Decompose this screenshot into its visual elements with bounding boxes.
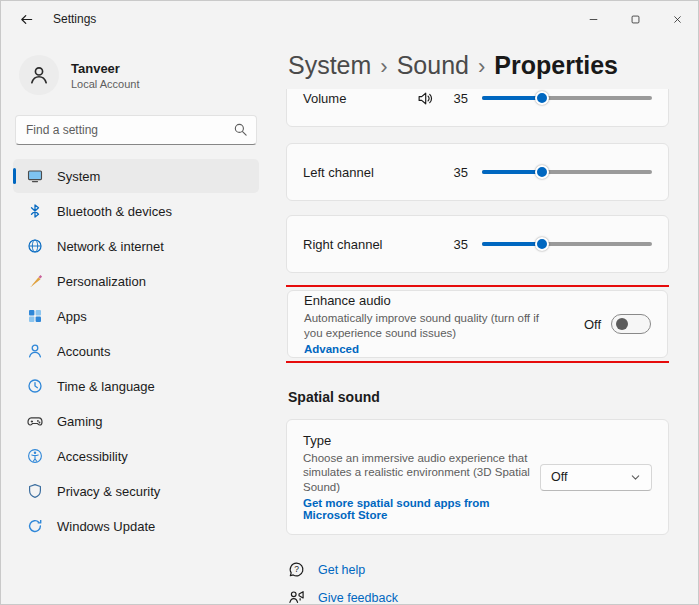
left-channel-slider-fill	[482, 170, 542, 174]
get-help-label: Get help	[318, 563, 365, 577]
avatar-person-icon	[28, 64, 50, 86]
sidebar-item-label: Network & internet	[57, 239, 164, 254]
bluetooth-icon	[27, 203, 43, 219]
user-account[interactable]: Tanveer Local Account	[5, 47, 267, 103]
sidebar-item-accounts[interactable]: Accounts	[13, 334, 259, 368]
window-title: Settings	[53, 12, 96, 26]
maximize-button[interactable]	[614, 1, 656, 37]
spatial-sound-heading: Spatial sound	[288, 389, 669, 405]
sidebar-item-label: Accessibility	[57, 449, 128, 464]
right-channel-slider[interactable]	[482, 242, 652, 246]
left-channel-value: 35	[448, 165, 468, 180]
left-channel-row: Left channel 35	[286, 143, 669, 201]
left-channel-slider[interactable]	[482, 170, 652, 174]
sidebar-item-label: Privacy & security	[57, 484, 160, 499]
minimize-icon	[588, 14, 599, 25]
spatial-sound-store-link[interactable]: Get more spatial sound apps from Microso…	[303, 497, 532, 521]
right-channel-label: Right channel	[303, 237, 448, 252]
user-account-type: Local Account	[71, 78, 140, 90]
svg-text:?: ?	[294, 564, 299, 574]
user-name: Tanveer	[71, 61, 140, 76]
left-channel-label: Left channel	[303, 165, 448, 180]
sidebar-item-network-internet[interactable]: Network & internet	[13, 229, 259, 263]
personalization-icon	[27, 273, 43, 289]
back-button[interactable]	[9, 5, 43, 33]
main-content: System›Sound›Properties Volume 35 Left c…	[271, 37, 698, 605]
give-feedback-label: Give feedback	[318, 591, 398, 605]
volume-slider[interactable]	[482, 96, 652, 100]
toggle-knob	[616, 318, 628, 330]
sidebar-item-label: Apps	[57, 309, 87, 324]
breadcrumb-current-page: Properties	[494, 51, 618, 79]
spatial-sound-type-dropdown[interactable]: Off	[540, 464, 652, 491]
sidebar-item-windows-update[interactable]: Windows Update	[13, 509, 259, 543]
dropdown-chevron-icon	[630, 472, 641, 483]
search-box	[15, 115, 257, 145]
system-icon	[27, 168, 43, 184]
close-icon	[672, 14, 683, 25]
sidebar-item-label: System	[57, 169, 100, 184]
breadcrumb: System›Sound›Properties	[286, 37, 669, 89]
give-feedback-link[interactable]: Give feedback	[288, 589, 398, 605]
sidebar: Tanveer Local Account System Bluetooth &…	[1, 37, 271, 605]
breadcrumb-separator: ›	[478, 54, 485, 79]
volume-label: Volume	[303, 91, 417, 106]
sidebar-item-label: Time & language	[57, 379, 155, 394]
volume-value: 35	[448, 91, 468, 106]
volume-slider-thumb[interactable]	[535, 91, 549, 105]
search-input[interactable]	[15, 115, 257, 145]
apps-icon	[27, 308, 43, 324]
window-controls	[572, 1, 698, 37]
sidebar-item-apps[interactable]: Apps	[13, 299, 259, 333]
sidebar-item-label: Accounts	[57, 344, 110, 359]
right-channel-slider-fill	[482, 242, 542, 246]
network-icon	[27, 238, 43, 254]
sidebar-item-gaming[interactable]: Gaming	[13, 404, 259, 438]
accessibility-icon	[27, 448, 43, 464]
sidebar-item-label: Windows Update	[57, 519, 155, 534]
sidebar-item-time-language[interactable]: Time & language	[13, 369, 259, 403]
type-title: Type	[303, 433, 532, 448]
accounts-icon	[27, 343, 43, 359]
sidebar-item-privacy-security[interactable]: Privacy & security	[13, 474, 259, 508]
type-description: Choose an immersive audio experience tha…	[303, 451, 532, 494]
speaker-icon[interactable]	[417, 90, 434, 107]
breadcrumb-sound[interactable]: Sound	[397, 51, 469, 79]
titlebar: Settings	[1, 1, 698, 37]
sidebar-item-label: Bluetooth & devices	[57, 204, 172, 219]
sidebar-item-system[interactable]: System	[13, 159, 259, 193]
maximize-icon	[630, 14, 641, 25]
volume-row: Volume 35	[286, 89, 669, 127]
sidebar-item-label: Personalization	[57, 274, 146, 289]
volume-slider-fill	[482, 96, 542, 100]
right-channel-value: 35	[448, 237, 468, 252]
get-help-link[interactable]: ? Get help	[288, 561, 365, 578]
advanced-link[interactable]: Advanced	[304, 343, 359, 355]
sidebar-item-accessibility[interactable]: Accessibility	[13, 439, 259, 473]
give-feedback-icon	[288, 589, 305, 605]
enhance-audio-description: Automatically improve sound quality (tur…	[304, 311, 554, 340]
sidebar-item-label: Gaming	[57, 414, 103, 429]
settings-scroll-area[interactable]: Volume 35 Left channel 35 Right channel …	[286, 89, 669, 605]
spatial-sound-type-card: Type Choose an immersive audio experienc…	[286, 419, 669, 535]
sidebar-item-personalization[interactable]: Personalization	[13, 264, 259, 298]
breadcrumb-system[interactable]: System	[288, 51, 371, 79]
left-channel-slider-thumb[interactable]	[535, 165, 549, 179]
dropdown-selected-value: Off	[551, 470, 567, 484]
privacy-icon	[27, 483, 43, 499]
close-button[interactable]	[656, 1, 698, 37]
red-highlight-box: Enhance audio Automatically improve soun…	[286, 285, 669, 363]
search-icon	[233, 122, 248, 137]
enhance-audio-card: Enhance audio Automatically improve soun…	[287, 290, 668, 358]
enhance-audio-toggle-label: Off	[584, 317, 601, 332]
enhance-audio-title: Enhance audio	[304, 293, 576, 308]
time-language-icon	[27, 378, 43, 394]
minimize-button[interactable]	[572, 1, 614, 37]
back-icon	[19, 12, 34, 27]
windows-update-icon	[27, 518, 43, 534]
right-channel-slider-thumb[interactable]	[535, 237, 549, 251]
avatar	[19, 55, 59, 95]
sidebar-item-bluetooth-devices[interactable]: Bluetooth & devices	[13, 194, 259, 228]
gaming-icon	[27, 413, 43, 429]
enhance-audio-toggle[interactable]	[611, 314, 651, 334]
